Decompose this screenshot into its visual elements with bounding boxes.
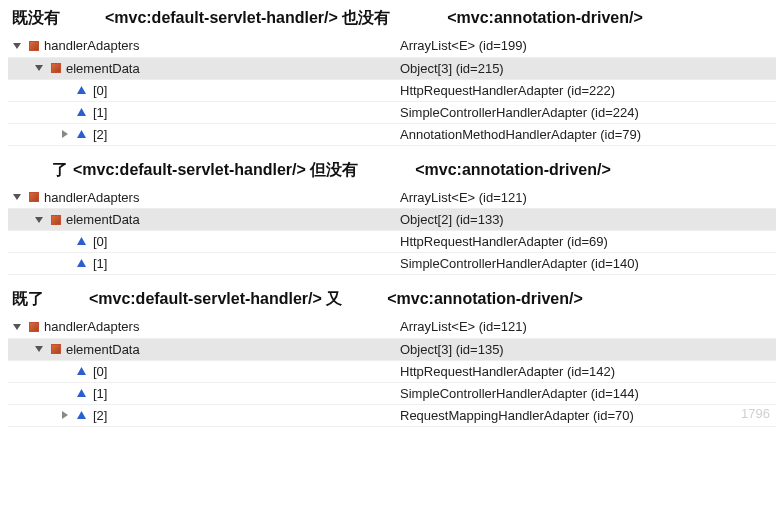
caption-pre: 既没有 (12, 9, 60, 26)
section-1: 既没有 <mvc:default-servlet-handler/> 也没有 <… (8, 8, 776, 146)
var-value: SimpleControllerHandlerAdapter (id=140) (396, 253, 776, 275)
svg-marker-12 (77, 367, 86, 375)
var-value: AnnotationMethodHandlerAdapter (id=79) (396, 123, 776, 145)
caption-mid: 但没有 (310, 161, 358, 178)
caption-tag2: <mvc:annotation-driven/> (447, 9, 643, 26)
caption-pre: 既了 (12, 290, 44, 307)
caption-tag2: <mvc:annotation-driven/> (415, 161, 611, 178)
var-name: [1] (93, 256, 107, 271)
svg-marker-15 (77, 411, 86, 419)
section-3: 既了 <mvc:default-servlet-handler/> 又 <mvc… (8, 289, 776, 427)
var-value: SimpleControllerHandlerAdapter (id=144) (396, 382, 776, 404)
expand-icon[interactable] (60, 129, 70, 139)
var-value: Object[2] (id=133) (396, 209, 776, 231)
table-row[interactable]: [1] SimpleControllerHandlerAdapter (id=1… (8, 253, 776, 275)
caption-1: 既没有 <mvc:default-servlet-handler/> 也没有 <… (8, 8, 776, 29)
var-value: RequestMappingHandlerAdapter (id=70) (396, 404, 776, 426)
expand-icon[interactable] (34, 344, 44, 354)
caption-tag1: <mvc:default-servlet-handler/> (105, 9, 338, 26)
caption-mid: 又 (326, 290, 342, 307)
svg-marker-3 (77, 108, 86, 116)
var-value: HttpRequestHandlerAdapter (id=222) (396, 79, 776, 101)
table-row[interactable]: [1] SimpleControllerHandlerAdapter (id=1… (8, 382, 776, 404)
element-icon (76, 366, 87, 377)
var-name: handlerAdapters (44, 38, 139, 53)
svg-marker-2 (77, 86, 86, 94)
field-icon (29, 41, 39, 51)
var-value: SimpleControllerHandlerAdapter (id=224) (396, 101, 776, 123)
field-icon (29, 322, 39, 332)
var-value: ArrayList<E> (id=199) (396, 35, 776, 57)
element-icon (76, 107, 87, 118)
table-row[interactable]: [0] HttpRequestHandlerAdapter (id=222) (8, 79, 776, 101)
var-name: [0] (93, 364, 107, 379)
table-row[interactable]: [0] HttpRequestHandlerAdapter (id=142) (8, 360, 776, 382)
field-icon (51, 63, 61, 73)
var-name: handlerAdapters (44, 190, 139, 205)
table-row[interactable]: [0] HttpRequestHandlerAdapter (id=69) (8, 231, 776, 253)
svg-marker-4 (62, 130, 68, 138)
field-icon (51, 215, 61, 225)
element-icon (76, 388, 87, 399)
debug-table-2: handlerAdapters ArrayList<E> (id=121) el… (8, 187, 776, 276)
caption-mid: 也没有 (342, 9, 390, 26)
expand-icon[interactable] (34, 63, 44, 73)
table-row[interactable]: elementData Object[3] (id=215) (8, 57, 776, 79)
element-icon (76, 410, 87, 421)
table-row[interactable]: handlerAdapters ArrayList<E> (id=199) (8, 35, 776, 57)
caption-2: 了 <mvc:default-servlet-handler/> 但没有 <mv… (8, 160, 776, 181)
svg-marker-9 (77, 259, 86, 267)
caption-pre: 了 (52, 161, 68, 178)
var-name: elementData (66, 61, 140, 76)
field-icon (51, 344, 61, 354)
table-row[interactable]: elementData Object[3] (id=135) (8, 338, 776, 360)
svg-marker-1 (35, 65, 43, 71)
expand-icon[interactable] (12, 192, 22, 202)
field-icon (29, 192, 39, 202)
table-row[interactable]: [2] AnnotationMethodHandlerAdapter (id=7… (8, 123, 776, 145)
caption-tag1: <mvc:default-servlet-handler/> (73, 161, 306, 178)
var-name: elementData (66, 212, 140, 227)
var-value: Object[3] (id=135) (396, 338, 776, 360)
table-row[interactable]: handlerAdapters ArrayList<E> (id=121) (8, 316, 776, 338)
svg-marker-10 (13, 324, 21, 330)
var-value: Object[3] (id=215) (396, 57, 776, 79)
var-name: elementData (66, 342, 140, 357)
var-name: [2] (93, 127, 107, 142)
element-icon (76, 129, 87, 140)
var-value: HttpRequestHandlerAdapter (id=142) (396, 360, 776, 382)
debug-table-3: handlerAdapters ArrayList<E> (id=121) el… (8, 316, 776, 427)
table-row[interactable]: [2] RequestMappingHandlerAdapter (id=70) (8, 404, 776, 426)
svg-marker-14 (62, 411, 68, 419)
svg-marker-7 (35, 217, 43, 223)
var-value: ArrayList<E> (id=121) (396, 316, 776, 338)
var-name: [1] (93, 105, 107, 120)
var-value: HttpRequestHandlerAdapter (id=69) (396, 231, 776, 253)
svg-marker-0 (13, 43, 21, 49)
expand-icon[interactable] (12, 322, 22, 332)
svg-marker-5 (77, 130, 86, 138)
element-icon (76, 85, 87, 96)
svg-marker-8 (77, 237, 86, 245)
var-name: handlerAdapters (44, 319, 139, 334)
debug-table-1: handlerAdapters ArrayList<E> (id=199) el… (8, 35, 776, 146)
element-icon (76, 258, 87, 269)
var-name: [0] (93, 83, 107, 98)
caption-3: 既了 <mvc:default-servlet-handler/> 又 <mvc… (8, 289, 776, 310)
var-value: ArrayList<E> (id=121) (396, 187, 776, 209)
svg-marker-11 (35, 346, 43, 352)
var-name: [1] (93, 386, 107, 401)
caption-tag1: <mvc:default-servlet-handler/> (89, 290, 322, 307)
expand-icon[interactable] (12, 41, 22, 51)
table-row[interactable]: elementData Object[2] (id=133) (8, 209, 776, 231)
expand-icon[interactable] (34, 215, 44, 225)
element-icon (76, 236, 87, 247)
table-row[interactable]: [1] SimpleControllerHandlerAdapter (id=2… (8, 101, 776, 123)
svg-marker-13 (77, 389, 86, 397)
table-row[interactable]: handlerAdapters ArrayList<E> (id=121) (8, 187, 776, 209)
expand-icon[interactable] (60, 410, 70, 420)
svg-marker-6 (13, 194, 21, 200)
var-name: [2] (93, 408, 107, 423)
var-name: [0] (93, 234, 107, 249)
section-2: 了 <mvc:default-servlet-handler/> 但没有 <mv… (8, 160, 776, 276)
